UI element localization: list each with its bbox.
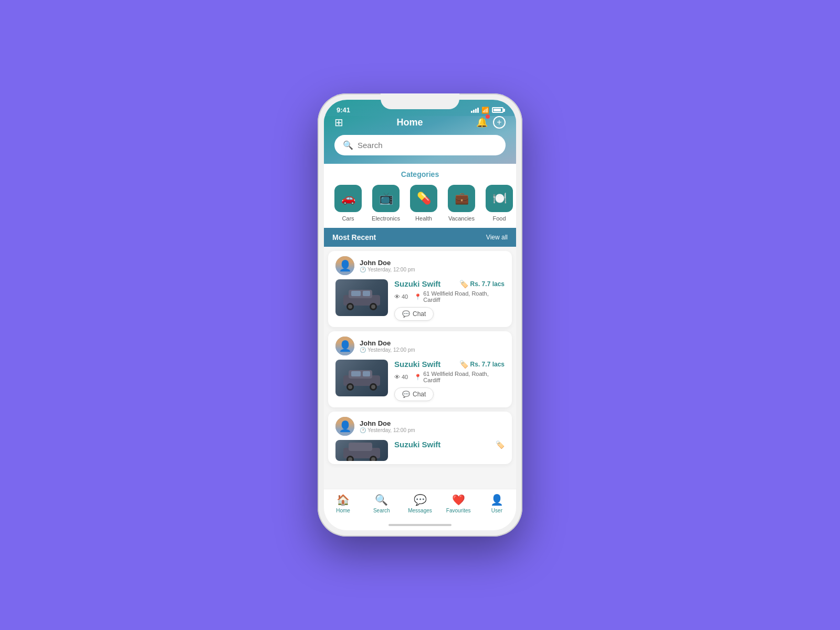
chat-button[interactable]: 💬 Chat [394,307,434,321]
car-svg [341,440,383,461]
car-image [335,360,388,396]
car-views: 👁 40 [394,374,408,380]
category-label-vacancies: Vacancies [448,215,475,222]
user-info: John Doe 🕐 Yesterday, 12:00 pm [360,339,415,353]
search-bar[interactable]: 🔍 [334,135,506,155]
car-image [335,440,388,461]
eye-icon: 👁 [394,293,400,300]
electronics-icon: 📺 [372,185,400,212]
user-name: John Doe [360,339,415,347]
nav-label-search: Search [373,508,390,513]
car-svg [341,365,383,391]
svg-rect-15 [363,371,370,376]
categories-scroll[interactable]: 🚗 Cars 📺 Electronics 💊 Health 💼 Vacancie… [324,181,516,228]
user-name: John Doe [360,259,415,267]
category-item-cars[interactable]: 🚗 Cars [332,185,364,222]
car-title-price: Suzuki Swift 🏷️ Rs. 7.7 lacs [394,279,505,288]
nav-item-messages[interactable]: 💬 Messages [401,494,439,513]
nav-label-user: User [491,508,502,513]
chat-icon: 💬 [402,391,410,398]
category-item-electronics[interactable]: 📺 Electronics [370,185,402,222]
search-nav-icon: 🔍 [375,494,388,506]
bottom-nav: 🏠 Home 🔍 Search 💬 Messages ❤️ Favourites… [324,489,516,524]
user-info: John Doe 🕐 Yesterday, 12:00 pm [360,259,415,272]
main-content: Categories 🚗 Cars 📺 Electronics 💊 Health… [324,164,516,489]
category-label-food: Food [492,215,506,222]
svg-point-5 [371,304,375,309]
car-views: 👁 40 [394,293,408,300]
avatar-image [335,256,354,275]
view-all-button[interactable]: View all [486,234,508,241]
clock-icon: 🕐 [360,267,366,272]
bell-icon[interactable]: 🔔 [476,117,488,128]
most-recent-title: Most Recent [332,233,376,242]
chat-button[interactable]: 💬 Chat [394,387,434,401]
nav-label-messages: Messages [408,508,432,513]
app-header: ⊞ Home 🔔 + 🔍 [324,116,516,164]
car-details: Suzuki Swift 🏷️ [394,440,505,461]
header-top: ⊞ Home 🔔 + [334,116,506,129]
clock-icon: 🕐 [360,427,366,433]
avatar-image [335,417,354,436]
grid-icon[interactable]: ⊞ [334,116,343,129]
status-icons: 📶 [471,107,503,114]
price-tag-icon: 🏷️ [459,280,468,288]
car-title-price: Suzuki Swift 🏷️ Rs. 7.7 lacs [394,360,505,369]
car-title: Suzuki Swift [394,360,440,369]
search-icon: 🔍 [343,140,353,150]
card-content: Suzuki Swift 🏷️ Rs. 7.7 lacs 👁 40 [328,279,512,327]
phone-screen: 9:41 📶 ⊞ Ho [324,100,516,530]
vacancies-icon: 💼 [448,185,475,212]
header-actions: 🔔 + [476,116,506,129]
user-name: John Doe [360,419,415,427]
messages-nav-icon: 💬 [414,494,427,506]
favourites-nav-icon: ❤️ [452,494,465,506]
category-label-electronics: Electronics [372,215,400,222]
price-tag-icon: 🏷️ [496,440,505,449]
svg-rect-17 [349,443,372,451]
car-location: 📍 61 Wellfield Road, Roath, Cardiff [414,290,505,303]
car-details: Suzuki Swift 🏷️ Rs. 7.7 lacs 👁 40 [394,279,505,321]
add-button[interactable]: + [493,116,506,129]
nav-item-home[interactable]: 🏠 Home [324,494,362,513]
listing-card: John Doe 🕐 Yesterday, 12:00 pm [328,412,512,464]
avatar [335,417,354,436]
user-nav-icon: 👤 [490,494,503,506]
search-input[interactable] [358,141,497,150]
home-bar [388,524,452,526]
svg-rect-14 [351,371,361,376]
car-price: 🏷️ Rs. 7.7 lacs [459,280,505,288]
category-item-food[interactable]: 🍽️ Food [484,185,515,222]
most-recent-header: Most Recent View all [324,228,516,247]
signal-bars-icon [471,108,479,113]
svg-point-3 [348,304,352,309]
nav-label-favourites: Favourites [446,508,471,513]
card-user-row: John Doe 🕐 Yesterday, 12:00 pm [328,331,512,360]
svg-point-13 [371,385,375,389]
battery-icon [492,107,503,113]
nav-item-search[interactable]: 🔍 Search [362,494,401,513]
listing-card: John Doe 🕐 Yesterday, 12:00 pm [328,251,512,327]
car-title: Suzuki Swift [394,279,440,288]
user-time: 🕐 Yesterday, 12:00 pm [360,427,415,433]
nav-item-user[interactable]: 👤 User [478,494,516,513]
car-title: Suzuki Swift [394,440,440,449]
category-item-health[interactable]: 💊 Health [408,185,439,222]
car-svg [341,285,383,311]
car-details: Suzuki Swift 🏷️ Rs. 7.7 lacs 👁 40 [394,360,505,401]
car-price: 🏷️ Rs. 7.7 lacs [459,360,505,369]
card-content: Suzuki Swift 🏷️ [328,440,512,464]
car-price: 🏷️ [496,440,505,449]
nav-item-favourites[interactable]: ❤️ Favourites [439,494,478,513]
price-tag-icon: 🏷️ [459,360,468,369]
user-time: 🕐 Yesterday, 12:00 pm [360,267,415,272]
car-meta: 👁 40 📍 61 Wellfield Road, Roath, Cardiff [394,371,505,383]
battery-fill [494,109,501,111]
nav-label-home: Home [336,508,350,513]
card-user-row: John Doe 🕐 Yesterday, 12:00 pm [328,412,512,440]
user-info: John Doe 🕐 Yesterday, 12:00 pm [360,419,415,433]
wifi-icon: 📶 [481,107,489,114]
category-item-vacancies[interactable]: 💼 Vacancies [446,185,477,222]
clock-icon: 🕐 [360,347,366,353]
avatar [335,337,354,355]
